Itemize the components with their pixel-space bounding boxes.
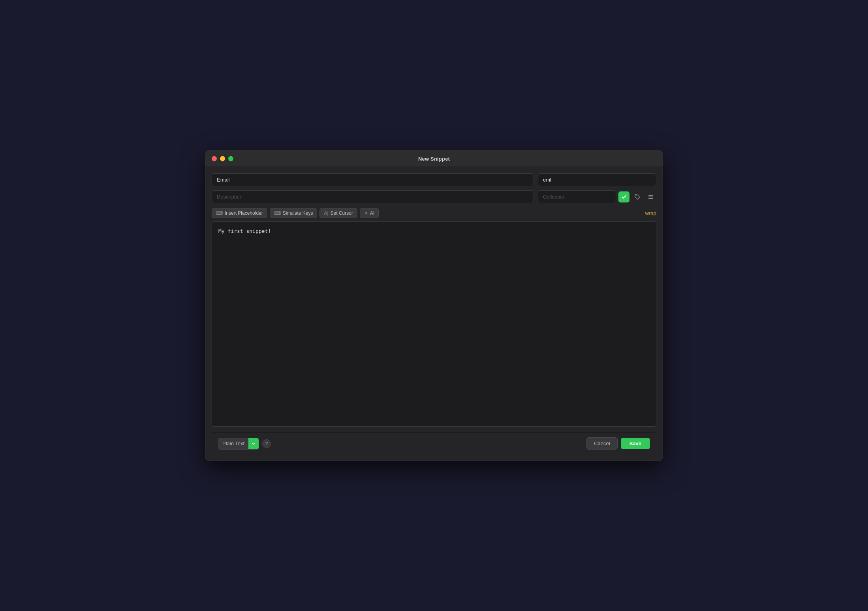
- cancel-button[interactable]: Cancel: [586, 437, 617, 450]
- toolbar-row: ⌨ Insert Placeholder ⌨ Simulate Keys A| …: [212, 208, 656, 218]
- save-button[interactable]: Save: [621, 438, 650, 449]
- svg-point-0: [636, 195, 637, 196]
- second-row: [212, 190, 656, 203]
- ai-button[interactable]: ✦ AI: [360, 208, 379, 218]
- main-content: ⌨ Insert Placeholder ⌨ Simulate Keys A| …: [205, 167, 663, 461]
- bottom-bar: Plain Text ? Cancel Save: [212, 432, 656, 454]
- top-row: [212, 173, 656, 186]
- app-window: New Snippet: [205, 150, 663, 461]
- minimize-button[interactable]: [220, 156, 225, 161]
- svg-rect-3: [648, 198, 653, 199]
- description-input[interactable]: [212, 190, 534, 203]
- collection-confirm-button[interactable]: [618, 191, 629, 202]
- snippet-editor[interactable]: My first snippet!: [212, 221, 656, 427]
- svg-rect-1: [648, 195, 653, 196]
- tag-icon-button[interactable]: [632, 191, 643, 202]
- list-icon-button[interactable]: [645, 191, 656, 202]
- format-label: Plain Text: [218, 440, 248, 446]
- keyboard-icon: ⌨: [274, 210, 281, 216]
- close-button[interactable]: [212, 156, 217, 161]
- format-selector: Plain Text: [218, 438, 259, 450]
- window-title: New Snippet: [418, 156, 450, 162]
- wrap-button[interactable]: wrap: [645, 210, 656, 216]
- title-bar: New Snippet: [205, 150, 663, 167]
- svg-rect-2: [648, 197, 653, 197]
- abbreviation-input[interactable]: [538, 173, 656, 186]
- simulate-keys-button[interactable]: ⌨ Simulate Keys: [270, 208, 318, 218]
- snippet-name-input[interactable]: [212, 173, 534, 186]
- set-cursor-button[interactable]: A| Set Cursor: [319, 208, 357, 218]
- placeholder-icon: ⌨: [216, 210, 223, 216]
- maximize-button[interactable]: [228, 156, 233, 161]
- ai-icon: ✦: [364, 210, 368, 216]
- insert-placeholder-button[interactable]: ⌨ Insert Placeholder: [212, 208, 267, 218]
- collection-input[interactable]: [538, 190, 616, 203]
- window-controls: [212, 156, 233, 161]
- cursor-icon: A|: [324, 210, 328, 216]
- help-button[interactable]: ?: [262, 439, 271, 448]
- collection-row: [538, 190, 656, 203]
- format-dropdown-button[interactable]: [248, 438, 259, 449]
